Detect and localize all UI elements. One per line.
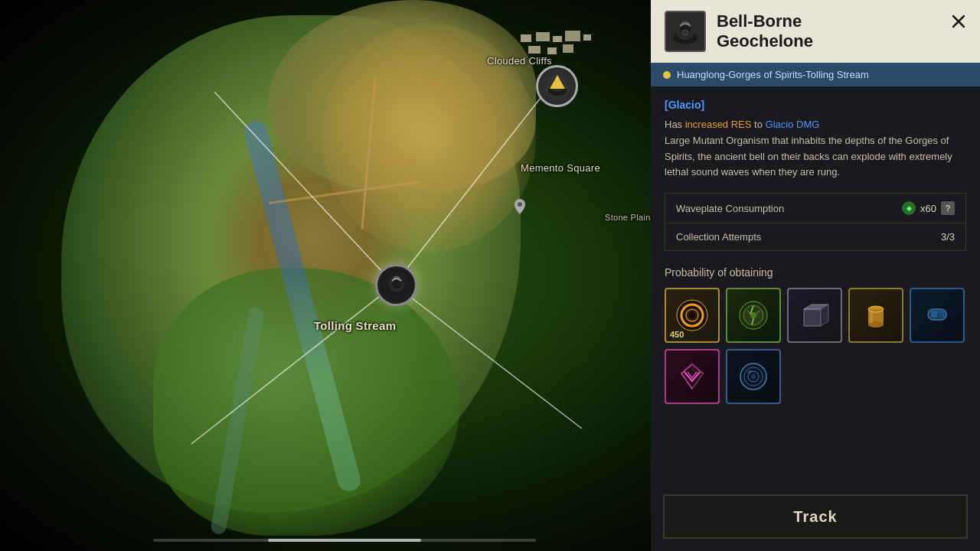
close-button[interactable] xyxy=(948,11,969,32)
item-visual-7 xyxy=(734,357,773,396)
waveplate-icon: ◆ xyxy=(902,201,916,215)
track-button[interactable]: Track xyxy=(663,494,968,539)
svg-point-23 xyxy=(750,312,756,318)
track-button-container: Track xyxy=(651,485,980,551)
boss-icon xyxy=(665,11,706,52)
location-dot-icon xyxy=(663,71,671,79)
item-slot-1: 450 xyxy=(665,288,720,343)
side-panel: Bell-Borne Geochelone Huanglong-Gorges o… xyxy=(651,0,980,551)
label-stone-plain: Stone Plain xyxy=(605,213,651,222)
boss-name-line1: Bell-Borne xyxy=(717,11,813,31)
element-tag: [Glacio] xyxy=(665,99,966,111)
item-visual-2 xyxy=(734,296,773,334)
label-tolling-stream: Tolling Stream xyxy=(314,319,396,332)
description: Has increased RES to Glacio DMG Large Mu… xyxy=(665,117,966,181)
svg-point-10 xyxy=(392,279,401,289)
item-slot-7 xyxy=(726,349,781,404)
desc-res: increased RES xyxy=(685,119,752,130)
label-clouded-cliffs: Clouded Cliffs xyxy=(487,55,552,67)
location-text: Huanglong-Gorges of Spirits-Tolling Stre… xyxy=(677,69,869,80)
svg-rect-24 xyxy=(804,309,821,326)
scroll-thumb xyxy=(268,539,421,542)
waveplate-label: Waveplate Consumption xyxy=(676,203,784,214)
item-visual-1 xyxy=(673,296,711,334)
attempts-value: 3/3 xyxy=(941,231,955,243)
map-scrollbar[interactable] xyxy=(153,539,536,542)
item-visual-6 xyxy=(673,357,711,396)
attempts-row: Collection Attempts 3/3 xyxy=(665,223,965,250)
waveplate-value-container: ◆ x60 ? xyxy=(902,201,955,215)
desc-body: Large Mutant Organism that inhabits the … xyxy=(665,135,952,178)
svg-point-4 xyxy=(518,202,522,207)
item-slot-6 xyxy=(665,349,720,404)
location-bar: Huanglong-Gorges of Spirits-Tolling Stre… xyxy=(651,63,980,86)
item-visual-5 xyxy=(918,296,956,334)
help-icon[interactable]: ? xyxy=(941,201,955,215)
item-visual-4 xyxy=(857,296,895,334)
desc-mid: to xyxy=(751,119,765,130)
item-slot-3 xyxy=(787,288,842,343)
boss-name-line2: Geochelone xyxy=(717,31,813,51)
probability-label: Probability of obtaining xyxy=(665,266,966,279)
svg-rect-30 xyxy=(870,311,873,323)
desc-prefix: Has xyxy=(665,119,685,130)
navigation-marker xyxy=(536,65,578,107)
attempts-label: Collection Attempts xyxy=(676,231,761,243)
svg-point-42 xyxy=(751,374,756,379)
items-grid-row1: 450 xyxy=(665,288,966,343)
waveplate-value: x60 xyxy=(920,203,936,214)
label-memento-square: Memento Square xyxy=(521,162,600,174)
map-area[interactable]: Clouded Cliffs Memento Square Stone Plai… xyxy=(0,0,655,551)
item-slot-5 xyxy=(910,288,965,343)
svg-point-19 xyxy=(689,312,695,318)
item-count-1: 450 xyxy=(670,330,684,339)
location-pin xyxy=(514,199,525,214)
item-slot-4 xyxy=(848,288,903,343)
desc-dmg: Glacio DMG xyxy=(766,119,820,130)
center-boss-marker[interactable] xyxy=(375,264,417,306)
panel-content: [Glacio] Has increased RES to Glacio DMG… xyxy=(651,86,980,485)
items-grid-row2 xyxy=(665,349,966,404)
waveplate-row: Waveplate Consumption ◆ x60 ? xyxy=(665,194,965,223)
panel-header: Bell-Borne Geochelone xyxy=(651,0,980,63)
item-slot-2 xyxy=(726,288,781,343)
item-visual-3 xyxy=(795,296,834,334)
stats-table: Waveplate Consumption ◆ x60 ? Collection… xyxy=(665,193,966,251)
svg-rect-35 xyxy=(928,309,946,313)
